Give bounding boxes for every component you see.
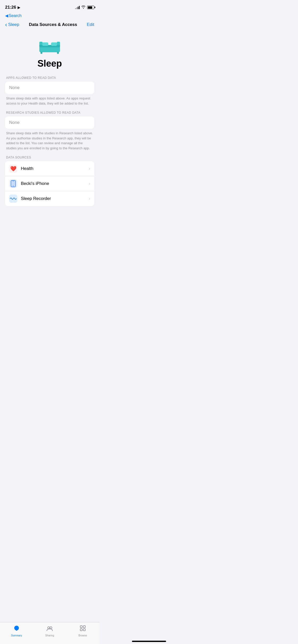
- search-back-label: Search: [9, 13, 22, 18]
- edit-button[interactable]: Edit: [87, 22, 94, 27]
- svg-rect-3: [39, 45, 60, 47]
- health-label: Health: [21, 166, 85, 171]
- apps-allowed-label: APPS ALLOWED TO READ DATA: [5, 76, 94, 80]
- location-icon: ▶: [18, 6, 20, 9]
- page-title: Data Sources & Access: [29, 22, 77, 27]
- iphone-icon: [9, 180, 17, 188]
- page-heading: Sleep: [5, 58, 94, 69]
- research-studies-section: RESEARCH STUDIES ALLOWED TO READ DATA No…: [5, 111, 94, 151]
- iphone-chevron-icon: ›: [89, 181, 90, 186]
- svg-rect-9: [12, 181, 14, 181]
- sleep-icon: [38, 36, 61, 54]
- back-label: Sleep: [8, 22, 19, 27]
- battery-icon: [87, 6, 94, 9]
- research-studies-value: None: [5, 116, 94, 129]
- svg-point-10: [13, 186, 14, 186]
- data-sources-section: DATA SOURCES ❤️ Health › Be: [5, 156, 94, 206]
- status-bar: 21:26 ▶: [0, 0, 99, 13]
- status-time: 21:26 ▶: [5, 5, 20, 10]
- back-button[interactable]: ‹ Sleep: [5, 21, 19, 28]
- search-nav: ◀ Search: [0, 13, 99, 20]
- nav-bar: ‹ Sleep Data Sources & Access Edit: [0, 20, 99, 31]
- sleep-icon-container: [5, 36, 94, 54]
- back-chevron-icon: ‹: [5, 21, 7, 28]
- status-icons: [75, 5, 94, 9]
- research-studies-label: RESEARCH STUDIES ALLOWED TO READ DATA: [5, 111, 94, 114]
- wifi-icon: [81, 5, 86, 9]
- apps-allowed-note: Share sleep data with apps listed above.…: [5, 96, 94, 106]
- search-chevron-icon: ◀: [5, 13, 8, 18]
- data-sources-card: ❤️ Health › Becki's iPhone ›: [5, 161, 94, 206]
- list-item[interactable]: Sleep Recorder ›: [5, 191, 94, 206]
- health-chevron-icon: ›: [89, 166, 90, 171]
- svg-rect-4: [42, 42, 48, 46]
- data-sources-label: DATA SOURCES: [5, 156, 94, 159]
- research-studies-note: Share sleep data with the studies in Res…: [5, 131, 94, 151]
- list-item[interactable]: ❤️ Health ›: [5, 161, 94, 176]
- iphone-label: Becki's iPhone: [21, 181, 85, 186]
- list-item[interactable]: Becki's iPhone ›: [5, 176, 94, 191]
- main-content: Sleep APPS ALLOWED TO READ DATA None Sha…: [0, 31, 99, 237]
- health-icon: ❤️: [9, 165, 17, 173]
- svg-rect-7: [57, 52, 59, 54]
- research-studies-card: None: [5, 116, 94, 129]
- sleep-recorder-label: Sleep Recorder: [21, 196, 85, 201]
- apps-allowed-section: APPS ALLOWED TO READ DATA None Share sle…: [5, 76, 94, 106]
- sleep-recorder-icon: [9, 195, 17, 203]
- apps-allowed-value: None: [5, 82, 94, 94]
- apps-allowed-card: None: [5, 82, 94, 94]
- sleep-recorder-chevron-icon: ›: [89, 196, 90, 201]
- search-back-button[interactable]: ◀ Search: [5, 13, 22, 18]
- svg-rect-6: [40, 52, 42, 54]
- signal-icon: [75, 6, 80, 9]
- svg-rect-5: [51, 42, 57, 46]
